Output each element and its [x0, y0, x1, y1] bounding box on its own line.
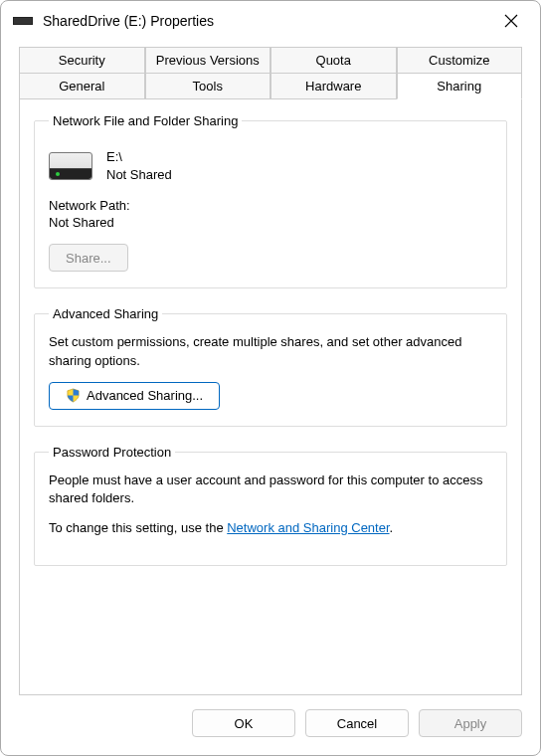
apply-button[interactable]: Apply	[419, 709, 522, 737]
network-sharing-center-link[interactable]: Network and Sharing Center	[227, 520, 389, 535]
share-button[interactable]: Share...	[49, 244, 128, 272]
tab-security[interactable]: Security	[19, 47, 145, 73]
drive-icon	[49, 152, 92, 180]
dialog-footer: OK Cancel Apply	[1, 695, 540, 755]
password-protection-line2: To change this setting, use the Network …	[49, 519, 492, 537]
uac-shield-icon	[66, 388, 81, 403]
password-line2-prefix: To change this setting, use the	[49, 520, 227, 535]
group-password-protection-legend: Password Protection	[49, 445, 175, 460]
tab-previous-versions[interactable]: Previous Versions	[145, 47, 271, 73]
properties-dialog: SharedDrive (E:) Properties Security Pre…	[0, 0, 541, 756]
tab-content-sharing: Network File and Folder Sharing E:\ Not …	[19, 99, 522, 695]
tab-tools[interactable]: Tools	[145, 73, 271, 99]
group-network-sharing-legend: Network File and Folder Sharing	[49, 113, 242, 128]
group-advanced-sharing-legend: Advanced Sharing	[49, 306, 162, 321]
group-password-protection: Password Protection People must have a u…	[34, 445, 507, 567]
tab-general[interactable]: General	[19, 73, 145, 99]
group-network-sharing: Network File and Folder Sharing E:\ Not …	[34, 113, 507, 288]
group-advanced-sharing: Advanced Sharing Set custom permissions,…	[34, 306, 507, 426]
password-line2-suffix: .	[390, 520, 394, 535]
cancel-button[interactable]: Cancel	[305, 709, 409, 737]
titlebar: SharedDrive (E:) Properties	[1, 1, 540, 41]
tab-strip: Security Previous Versions Quota Customi…	[1, 41, 540, 99]
drive-share-status: Not Shared	[106, 166, 172, 184]
tab-hardware[interactable]: Hardware	[270, 73, 397, 99]
password-protection-line1: People must have a user account and pass…	[49, 472, 492, 507]
tab-sharing[interactable]: Sharing	[397, 73, 523, 99]
close-button[interactable]	[492, 6, 530, 36]
close-icon	[504, 14, 518, 28]
drive-label: E:\	[106, 148, 172, 166]
network-path-label: Network Path:	[49, 198, 492, 213]
ok-button[interactable]: OK	[192, 709, 295, 737]
advanced-sharing-button[interactable]: Advanced Sharing...	[49, 382, 220, 410]
window-title: SharedDrive (E:) Properties	[43, 13, 492, 29]
tab-customize[interactable]: Customize	[397, 47, 523, 73]
network-path-value: Not Shared	[49, 215, 492, 230]
tab-quota[interactable]: Quota	[270, 47, 397, 73]
advanced-sharing-desc: Set custom permissions, create multiple …	[49, 333, 492, 369]
drive-titlebar-icon	[13, 17, 33, 25]
advanced-sharing-button-label: Advanced Sharing...	[87, 388, 203, 403]
